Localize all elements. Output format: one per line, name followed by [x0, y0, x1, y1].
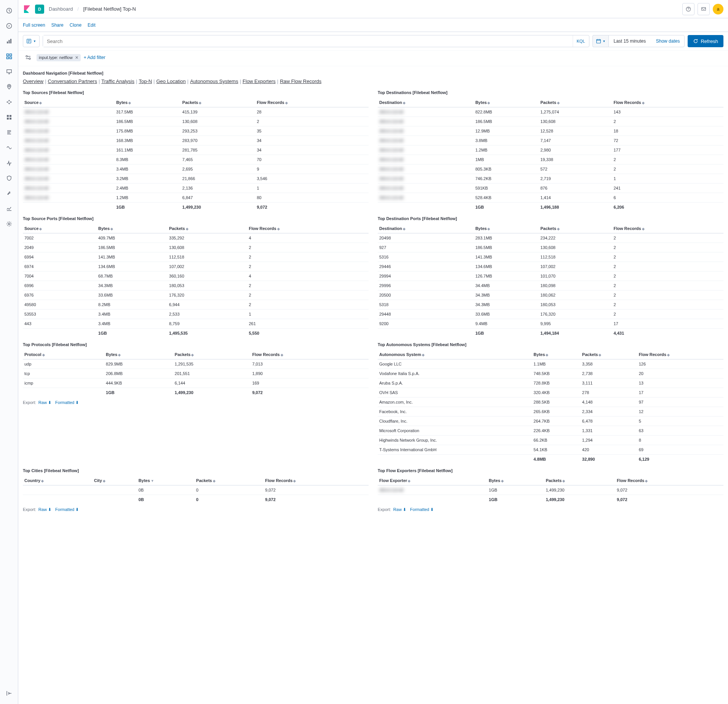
column-header[interactable]: Flow Records◆ [615, 476, 723, 485]
column-header[interactable]: Source◆ [23, 98, 115, 107]
nav-recent-icon[interactable] [3, 5, 15, 17]
column-header[interactable]: Packets◆ [539, 98, 612, 107]
date-quick-select[interactable]: ▼ [592, 35, 609, 47]
column-header[interactable]: Bytes◆ [474, 224, 539, 233]
sort-icon: ◆ [42, 353, 45, 357]
column-header[interactable]: Flow Records◆ [612, 224, 723, 233]
nav-infra-icon[interactable] [3, 111, 15, 123]
panel-title: Top Cities [Filebeat Netflow] [23, 468, 369, 473]
show-dates-link[interactable]: Show dates [656, 38, 680, 44]
column-header[interactable]: Country◆ [23, 476, 93, 485]
column-header[interactable]: Packets◆ [181, 98, 255, 107]
nav-monitoring-icon[interactable] [3, 203, 15, 215]
menu-clone[interactable]: Clone [70, 22, 81, 28]
filter-pill-remove-icon[interactable]: ✕ [75, 55, 78, 60]
filter-options-icon[interactable] [23, 52, 34, 63]
column-header[interactable]: Bytes▼ [137, 476, 195, 485]
export-raw-link[interactable]: Raw ⬇ [38, 507, 51, 512]
table-cell: 20 [637, 369, 723, 378]
column-header[interactable]: Autonomous System◆ [378, 350, 532, 359]
table-cell: 34.4MB [474, 281, 539, 291]
column-header[interactable]: Packets◆ [581, 350, 637, 359]
nav-ml-icon[interactable] [3, 96, 15, 108]
column-header[interactable]: Source◆ [23, 224, 97, 233]
nav-link-autonomous-systems[interactable]: Autonomous Systems [190, 78, 238, 84]
table-cell: 265.6KB [532, 407, 580, 417]
nav-management-icon[interactable] [3, 218, 15, 230]
column-header[interactable]: Flow Records◆ [637, 350, 723, 359]
nav-apm-icon[interactable] [3, 142, 15, 154]
export-raw-link[interactable]: Raw ⬇ [393, 507, 406, 512]
nav-link-conversation-partners[interactable]: Conversation Partners [48, 78, 97, 84]
nav-maps-icon[interactable] [3, 81, 15, 93]
menu-share[interactable]: Share [51, 22, 64, 28]
svg-rect-2 [7, 42, 8, 43]
export-formatted-link[interactable]: Formatted ⬇ [410, 507, 434, 512]
table-row: 4433.4MB8,759261 [23, 319, 369, 329]
export-raw-link[interactable]: Raw ⬇ [38, 400, 51, 405]
table-cell: 34 [255, 136, 369, 145]
table-cell: 203.0.113.42 [378, 164, 474, 174]
export-formatted-link[interactable]: Formatted ⬇ [55, 400, 79, 405]
nav-link-flow-exporters[interactable]: Flow Exporters [243, 78, 276, 84]
date-range-display[interactable]: Last 15 minutes Show dates [608, 35, 685, 47]
breadcrumb-root[interactable]: Dashboard [49, 6, 73, 12]
user-avatar[interactable]: a [713, 4, 723, 14]
nav-link-traffic-analysis[interactable]: Traffic Analysis [101, 78, 134, 84]
column-header[interactable]: Bytes◆ [532, 350, 580, 359]
column-header[interactable]: Packets◆ [544, 476, 615, 485]
column-header[interactable]: Destination◆ [378, 98, 474, 107]
menu-full-screen[interactable]: Full screen [23, 22, 45, 28]
column-header[interactable]: Packets◆ [195, 476, 263, 485]
nav-logs-icon[interactable] [3, 126, 15, 139]
nav-uptime-icon[interactable] [3, 157, 15, 169]
column-header[interactable]: Flow Exporter◆ [378, 476, 487, 485]
table-cell: 180,053 [539, 300, 612, 310]
column-header[interactable]: Flow Records◆ [247, 224, 369, 233]
column-header[interactable]: Flow Records◆ [255, 98, 369, 107]
table-cell: 6976 [23, 291, 97, 300]
svg-rect-23 [596, 40, 600, 43]
nav-visualize-icon[interactable] [3, 35, 15, 47]
nav-dashboard-icon[interactable] [3, 50, 15, 62]
column-header[interactable]: Flow Records◆ [612, 98, 723, 107]
column-header[interactable]: Bytes◆ [115, 98, 181, 107]
column-header[interactable]: Bytes◆ [474, 98, 539, 107]
column-header[interactable]: Bytes◆ [97, 224, 168, 233]
nav-canvas-icon[interactable] [3, 65, 15, 78]
column-header[interactable]: City◆ [93, 476, 137, 485]
menu-edit[interactable]: Edit [88, 22, 96, 28]
filter-pill[interactable]: input.type: netflow ✕ [37, 54, 81, 61]
nav-siem-icon[interactable] [3, 172, 15, 184]
export-formatted-link[interactable]: Formatted ⬇ [55, 507, 79, 512]
nav-link-overview[interactable]: Overview [23, 78, 43, 84]
nav-link-geo-location[interactable]: Geo Location [156, 78, 185, 84]
refresh-button[interactable]: Refresh [688, 35, 723, 47]
column-header[interactable]: Packets◆ [168, 224, 247, 233]
column-header[interactable]: Protocol◆ [23, 350, 104, 359]
svg-point-24 [26, 56, 27, 57]
search-input[interactable] [43, 35, 573, 47]
nav-dev-tools-icon[interactable] [3, 187, 15, 200]
add-filter-link[interactable]: + Add filter [84, 55, 105, 60]
help-icon[interactable] [682, 3, 694, 15]
column-header[interactable]: Packets◆ [173, 350, 251, 359]
nav-link-top-n[interactable]: Top-N [139, 78, 152, 84]
table-cell: Aruba S.p.A. [378, 378, 532, 388]
table-cell: 822.8MB [474, 107, 539, 117]
column-header[interactable]: Packets◆ [539, 224, 612, 233]
column-header[interactable]: Flow Records◆ [251, 350, 369, 359]
column-header[interactable]: Bytes◆ [487, 476, 544, 485]
table-cell: 1,275,074 [539, 107, 612, 117]
nav-discover-icon[interactable] [3, 20, 15, 32]
sidebar-collapse-icon[interactable] [3, 687, 15, 699]
column-header[interactable]: Destination◆ [378, 224, 474, 233]
kql-toggle[interactable]: KQL [573, 35, 589, 47]
nav-link-raw-flow-records[interactable]: Raw Flow Records [280, 78, 321, 84]
saved-queries-button[interactable]: ▼ [23, 35, 40, 47]
column-header[interactable]: Bytes◆ [104, 350, 173, 359]
column-header[interactable]: Flow Records◆ [263, 476, 369, 485]
newsfeed-icon[interactable] [698, 3, 710, 15]
table-cell: 6994 [23, 252, 97, 262]
table-cell: 320.4KB [532, 388, 580, 397]
